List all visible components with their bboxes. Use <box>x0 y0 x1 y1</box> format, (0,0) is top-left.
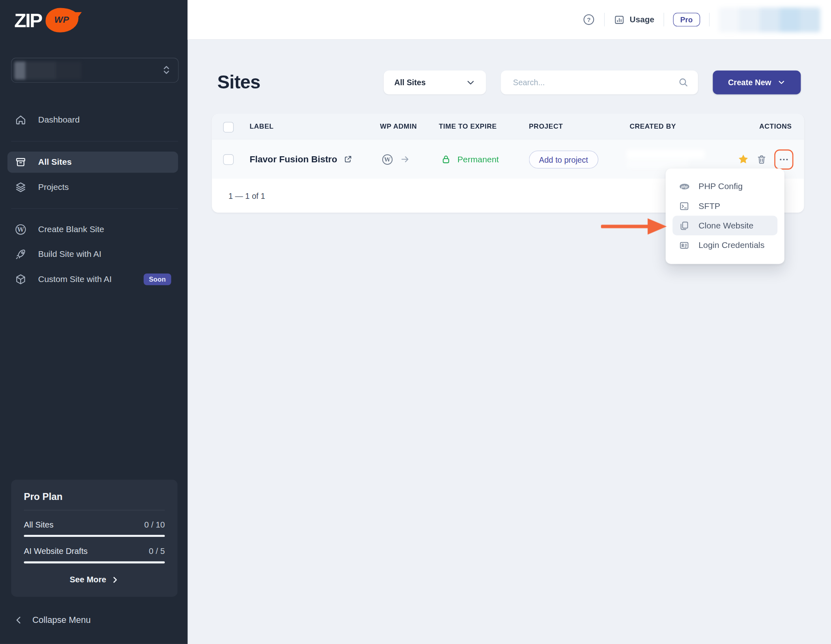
expire-value: Permanent <box>457 155 499 164</box>
sidebar-item-label: Custom Site with AI <box>38 275 112 284</box>
site-name-cell: Flavor Fusion Bistro <box>250 140 353 179</box>
logo-zip-text: ZIP <box>14 10 41 30</box>
sidebar-item-label: Create Blank Site <box>38 225 104 235</box>
help-icon[interactable]: ? <box>583 13 595 26</box>
pagination-text: 1 — 1 of 1 <box>228 191 265 200</box>
plan-card: Pro Plan All Sites 0 / 10 AI Website Dra… <box>11 480 177 597</box>
account-redacted[interactable] <box>719 7 820 32</box>
annotation-arrow <box>601 218 667 235</box>
chevron-down-icon <box>778 78 786 86</box>
plan-usage-value: 0 / 10 <box>144 520 165 530</box>
sites-filter-select[interactable]: All Sites <box>384 71 486 95</box>
site-name: Flavor Fusion Bistro <box>250 154 337 164</box>
sidebar-divider <box>11 141 178 141</box>
svg-text:?: ? <box>587 16 591 23</box>
col-header-actions: ACTIONS <box>759 114 792 139</box>
menu-item-label: PHP Config <box>698 181 743 191</box>
ellipsis-icon <box>779 158 789 161</box>
wordpress-icon: W <box>15 224 27 235</box>
cube-icon <box>15 274 27 285</box>
id-card-icon <box>679 240 689 250</box>
search-input[interactable]: Search... <box>501 71 698 95</box>
sidebar-item-projects[interactable]: Projects <box>7 177 178 198</box>
arrow-right-icon <box>400 154 410 164</box>
svg-text:W: W <box>384 156 391 162</box>
sidebar-item-create-blank-site[interactable]: W Create Blank Site <box>7 219 178 240</box>
menu-item-php-config[interactable]: php PHP Config <box>672 177 777 196</box>
divider <box>709 13 710 26</box>
select-all-checkbox[interactable] <box>223 122 234 132</box>
page: ZIP WP Dashboard All Sites <box>0 0 831 644</box>
menu-item-clone-website[interactable]: Clone Website <box>672 216 777 235</box>
filter-selected-value: All Sites <box>394 78 426 87</box>
external-link-icon[interactable] <box>344 155 353 164</box>
menu-item-label: Login Credentials <box>698 240 764 250</box>
wp-admin-cell[interactable]: W <box>381 140 410 179</box>
usage-button[interactable]: Usage <box>614 14 654 25</box>
wordpress-icon: W <box>381 153 393 165</box>
favorite-star-icon[interactable] <box>738 154 749 165</box>
svg-text:W: W <box>17 226 24 233</box>
chevron-down-icon <box>466 78 476 87</box>
sidebar-item-build-site-ai[interactable]: Build Site with AI <box>7 244 178 265</box>
time-to-expire-cell: Permanent <box>441 140 499 179</box>
divider <box>604 13 605 26</box>
row-checkbox[interactable] <box>223 154 234 165</box>
chevrons-up-down-icon <box>161 64 172 76</box>
plan-title: Pro Plan <box>24 491 165 502</box>
sidebar-item-label: Dashboard <box>38 115 80 125</box>
col-header-project: PROJECT <box>529 114 563 139</box>
layers-icon <box>15 181 27 193</box>
col-header-label: LABEL <box>250 114 273 139</box>
sidebar-item-custom-site-ai[interactable]: Custom Site with AI Soon <box>7 269 178 290</box>
main-area: ? Usage Pro Sites <box>187 0 831 644</box>
add-to-project-button[interactable]: Add to project <box>529 151 598 168</box>
menu-item-label: Clone Website <box>698 221 753 230</box>
page-title: Sites <box>217 71 260 93</box>
row-menu-ellipsis-button[interactable] <box>774 149 793 170</box>
sidebar-item-dashboard[interactable]: Dashboard <box>7 109 178 130</box>
plan-usage-row: All Sites 0 / 10 <box>24 520 165 530</box>
rocket-icon <box>15 249 27 261</box>
create-new-button[interactable]: Create New <box>713 71 801 95</box>
pro-plan-badge[interactable]: Pro <box>673 13 700 26</box>
col-header-created-by: CREATED BY <box>630 114 676 139</box>
created-by-redacted <box>626 149 705 169</box>
collapse-menu-label: Collapse Menu <box>32 615 91 625</box>
chevron-right-icon <box>112 576 119 584</box>
plan-usage-value: 0 / 5 <box>149 547 165 556</box>
create-new-label: Create New <box>728 78 771 87</box>
copy-pages-icon <box>679 220 689 231</box>
usage-label: Usage <box>630 15 654 25</box>
add-to-project-label: Add to project <box>539 155 588 164</box>
terminal-icon <box>679 200 689 211</box>
logo-flame-icon: WP <box>45 8 78 32</box>
archive-icon <box>15 156 27 168</box>
plan-usage-label: All Sites <box>24 520 54 530</box>
divider <box>663 13 664 26</box>
row-actions-menu: php PHP Config SFTP Clone Website <box>665 168 784 264</box>
col-header-wp-admin: WP ADMIN <box>380 114 417 139</box>
plan-usage-row: AI Website Drafts 0 / 5 <box>24 547 165 556</box>
workspace-name-redacted <box>14 61 82 79</box>
sidebar-item-label: Build Site with AI <box>38 250 101 259</box>
table-header-row: LABEL WP ADMIN TIME TO EXPIRE PROJECT CR… <box>212 114 804 139</box>
workspace-selector[interactable] <box>11 58 179 82</box>
top-header: ? Usage Pro <box>187 0 831 40</box>
sidebar-divider <box>11 208 178 209</box>
col-header-expire: TIME TO EXPIRE <box>439 114 497 139</box>
menu-item-sftp[interactable]: SFTP <box>672 196 777 215</box>
menu-item-login-credentials[interactable]: Login Credentials <box>672 235 777 255</box>
chevron-left-icon <box>14 615 23 625</box>
plan-usage-label: AI Website Drafts <box>24 547 88 556</box>
sidebar: ZIP WP Dashboard All Sites <box>0 0 187 644</box>
home-icon <box>15 114 27 126</box>
lock-icon <box>441 154 451 164</box>
delete-trash-icon[interactable] <box>756 154 767 164</box>
search-icon <box>678 78 689 88</box>
bar-chart-icon <box>614 14 625 25</box>
sidebar-item-all-sites[interactable]: All Sites <box>7 152 178 173</box>
see-more-button[interactable]: See More <box>24 575 165 585</box>
menu-item-label: SFTP <box>698 201 720 211</box>
collapse-menu-button[interactable]: Collapse Menu <box>14 615 90 625</box>
